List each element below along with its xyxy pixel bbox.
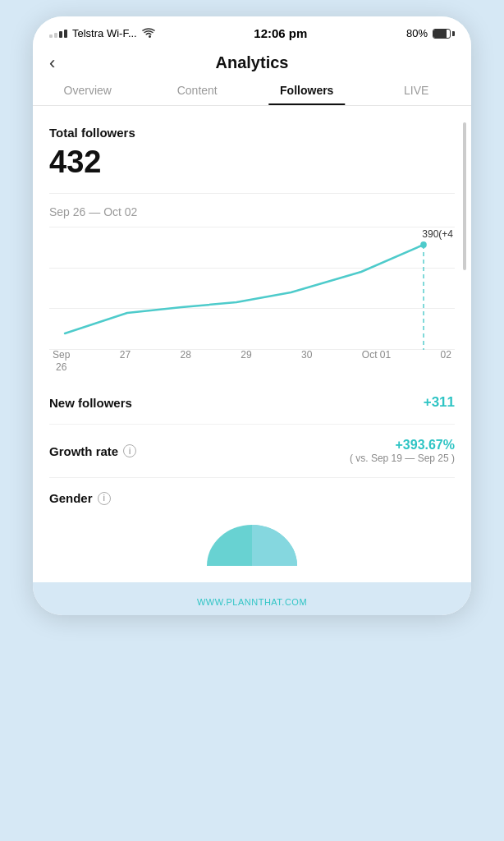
header: ‹ Analytics <box>33 47 471 72</box>
phone-frame: Telstra Wi-F... 12:06 pm 80% <box>0 0 504 841</box>
x-label-4: 30 <box>301 349 312 375</box>
new-followers-value: +311 <box>424 394 455 411</box>
signal-bars-icon <box>49 30 67 38</box>
x-label-1: 27 <box>120 349 131 375</box>
carrier-text: Telstra Wi-F... <box>72 27 137 39</box>
page-title: Analytics <box>216 53 289 72</box>
battery-icon <box>433 29 455 39</box>
tab-followers[interactable]: Followers <box>252 84 362 105</box>
new-followers-row: New followers +311 <box>49 381 455 425</box>
watermark: WWW.PLANNTHAT.COM <box>33 582 471 615</box>
gender-chart-partial <box>203 517 301 566</box>
phone-screen: Telstra Wi-F... 12:06 pm 80% <box>33 16 471 615</box>
growth-rate-row: Growth rate i +393.67% ( vs. Sep 19 — Se… <box>49 425 455 478</box>
tab-live[interactable]: LIVE <box>362 84 472 105</box>
gender-label: Gender i <box>49 491 455 505</box>
x-label-3: 29 <box>241 349 251 375</box>
x-label-5: Oct 01 <box>362 349 391 375</box>
growth-rate-value: +393.67% <box>350 438 455 453</box>
status-left: Telstra Wi-F... <box>49 27 155 39</box>
status-bar: Telstra Wi-F... 12:06 pm 80% <box>33 16 471 47</box>
chart-line-svg <box>49 227 455 350</box>
battery-percent: 80% <box>406 27 428 39</box>
total-followers-label: Total followers <box>49 126 455 140</box>
back-button[interactable]: ‹ <box>49 53 55 74</box>
gender-chart-hint <box>49 517 455 566</box>
growth-rate-info-icon[interactable]: i <box>123 444 136 457</box>
divider-1 <box>49 193 455 194</box>
x-label-0: Sep 26 <box>53 349 70 375</box>
x-axis-labels: Sep 26 27 28 29 30 <box>49 349 455 375</box>
date-range: Sep 26 — Oct 02 <box>49 205 455 218</box>
wifi-icon <box>142 28 155 39</box>
time-text: 12:06 pm <box>254 26 307 40</box>
svg-point-1 <box>420 241 427 248</box>
main-content: Total followers 432 Sep 26 — Oct 02 390(… <box>33 106 471 582</box>
tab-content[interactable]: Content <box>143 84 253 105</box>
tabs-bar: Overview Content Followers LIVE <box>33 72 471 106</box>
x-label-2: 28 <box>181 349 191 375</box>
growth-rate-value-block: +393.67% ( vs. Sep 19 — Sep 25 ) <box>350 438 455 464</box>
growth-rate-label: Growth rate i <box>49 444 136 458</box>
new-followers-label: New followers <box>49 396 132 410</box>
status-right: 80% <box>406 27 455 39</box>
followers-chart: 390(+4 Sep 26 27 <box>49 227 455 375</box>
x-label-6: 02 <box>441 349 451 375</box>
total-followers-value: 432 <box>49 145 455 180</box>
scroll-indicator <box>463 122 466 270</box>
gender-info-icon[interactable]: i <box>98 492 111 505</box>
gender-section: Gender i <box>49 478 455 566</box>
growth-rate-compare: ( vs. Sep 19 — Sep 25 ) <box>350 453 455 464</box>
tab-overview[interactable]: Overview <box>33 84 143 105</box>
